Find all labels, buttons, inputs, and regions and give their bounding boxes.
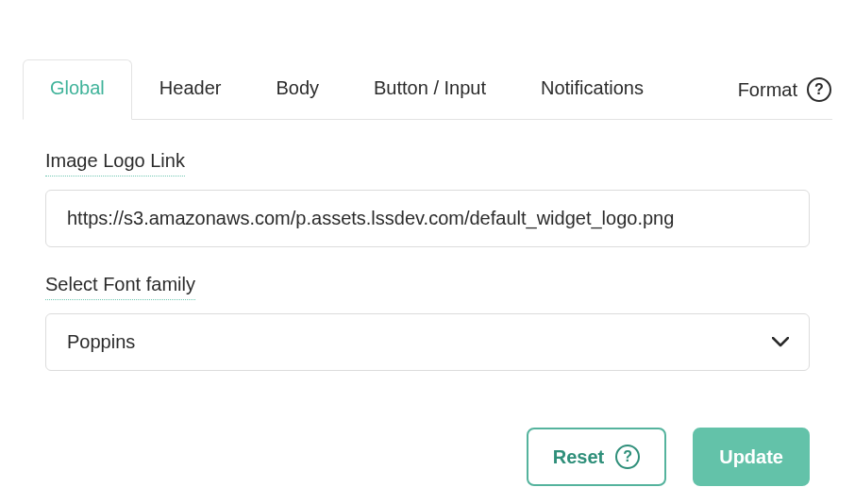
select-font-family[interactable]: Poppins [45, 313, 810, 371]
tabs-bar: Global Header Body Button / Input Notifi… [23, 59, 832, 120]
field-logo-link: Image Logo Link [45, 150, 810, 247]
reset-button[interactable]: Reset ? [527, 428, 666, 486]
actions-bar: Reset ? Update [23, 428, 832, 486]
label-font-family: Select Font family [45, 274, 195, 300]
tab-panel-global: Image Logo Link Select Font family Poppi… [23, 120, 832, 371]
tab-button-input[interactable]: Button / Input [346, 59, 513, 120]
field-font-family: Select Font family Poppins [45, 274, 810, 371]
tab-global[interactable]: Global [23, 59, 132, 120]
help-icon[interactable]: ? [615, 445, 640, 469]
update-button[interactable]: Update [693, 428, 810, 486]
help-icon[interactable]: ? [807, 77, 831, 102]
tab-body[interactable]: Body [248, 59, 346, 120]
label-logo-link: Image Logo Link [45, 150, 185, 176]
reset-button-label: Reset [553, 446, 604, 468]
tab-header[interactable]: Header [132, 59, 249, 120]
update-button-label: Update [719, 446, 783, 468]
tab-format[interactable]: Format ? [711, 59, 832, 120]
tab-format-label: Format [738, 79, 797, 101]
tab-notifications[interactable]: Notifications [513, 59, 671, 120]
input-logo-link[interactable] [45, 190, 810, 247]
